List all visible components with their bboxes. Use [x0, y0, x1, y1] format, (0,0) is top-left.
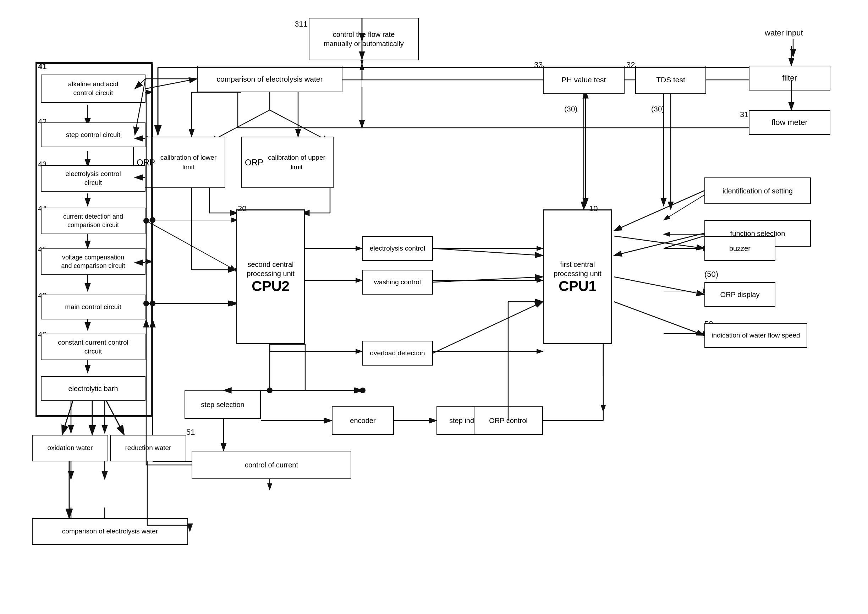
box-overload-detection: overload detection [362, 341, 433, 366]
box-orp-display: ORP display [704, 282, 775, 307]
cpu2-label-big: CPU2 [252, 278, 290, 294]
box-washing-control: washing control [362, 270, 433, 295]
svg-line-57 [663, 234, 710, 248]
box-tds-test: TDS test [635, 66, 706, 94]
svg-line-88 [614, 233, 704, 256]
box-orp-upper: ORPcalibration of upper limit [241, 136, 333, 188]
label-311: 311 [294, 20, 308, 29]
box-step-selection: step selection [184, 391, 261, 419]
label-20: 20 [238, 204, 246, 213]
box-voltage-compensation: voltage compensationand comparison circu… [41, 248, 146, 275]
svg-line-109 [433, 302, 543, 353]
box-control-flow-rate: control the flow ratemanually or automat… [309, 18, 419, 60]
box-reduction-water: reduction water [110, 435, 186, 461]
svg-line-87 [614, 191, 704, 231]
svg-line-106 [146, 221, 236, 270]
label-50-panel: (50) [704, 270, 718, 279]
box-cpu1: first centralprocessing unit CPU1 [543, 209, 612, 344]
svg-line-56 [663, 192, 710, 220]
box-comparison-bottom: comparison of electrolysis water [32, 518, 188, 545]
box-constant-current: constant current controlcircuit [41, 333, 146, 360]
box-water-flow-speed: indication of water flow speed [704, 323, 807, 348]
label-30-ph: (30) [564, 105, 577, 113]
svg-line-134 [146, 221, 236, 270]
label-33: 33 [534, 60, 542, 70]
label-51: 51 [186, 428, 195, 437]
label-32: 32 [626, 60, 635, 70]
label-41: 41 [38, 62, 46, 71]
label-31: 31 [740, 110, 749, 119]
box-filter: filter [749, 66, 831, 90]
box-oxidation-water: oxidation water [32, 435, 108, 461]
box-electrolysis-ctrl-circuit: electrolysis controlcircuit [41, 165, 146, 192]
label-30-tds: (30) [651, 105, 664, 113]
label-water-input: water input [765, 28, 803, 38]
cpu1-label-big: CPU1 [558, 278, 597, 294]
box-electrolytic-bath: electrolytic barh [41, 376, 146, 401]
box-buzzer: buzzer [704, 236, 775, 261]
box-encoder: encoder [332, 406, 394, 435]
box-orp-control: ORP control [474, 406, 543, 435]
water-input-arrow [790, 39, 797, 57]
svg-line-108 [433, 277, 543, 282]
box-step-control: step control circuit [41, 122, 146, 147]
svg-point-113 [360, 388, 366, 393]
box-cpu2: second centralprocessing unit CPU2 [236, 209, 305, 344]
box-flow-meter: flow meter [749, 110, 831, 135]
box-main-control: main control circuit [41, 295, 146, 319]
label-10: 10 [589, 204, 598, 213]
svg-line-90 [614, 277, 704, 295]
box-alkaline-acid: alkaline and acidcontrol circuit [41, 74, 146, 103]
svg-line-89 [614, 236, 704, 248]
box-identification: identification of setting [704, 177, 811, 204]
cpu2-label-top: second centralprocessing unit [246, 260, 294, 278]
box-control-current: control of current [192, 451, 351, 479]
cpu1-label-top: first centralprocessing unit [553, 260, 601, 278]
diagram-container: control the flow ratemanually or automat… [0, 0, 868, 614]
box-ph-test: PH value test [543, 66, 625, 94]
svg-point-63 [267, 388, 273, 393]
box-electrolysis-control: electrolysis control [362, 236, 433, 261]
outer-rect-41 [36, 62, 153, 417]
svg-line-127 [146, 79, 197, 135]
svg-line-91 [614, 302, 704, 335]
svg-line-126 [146, 79, 197, 89]
svg-line-107 [433, 248, 543, 256]
box-current-detection: current detection andcomparison circuit [41, 208, 146, 234]
box-comparison-top: comparison of electrolysis water [197, 66, 343, 92]
